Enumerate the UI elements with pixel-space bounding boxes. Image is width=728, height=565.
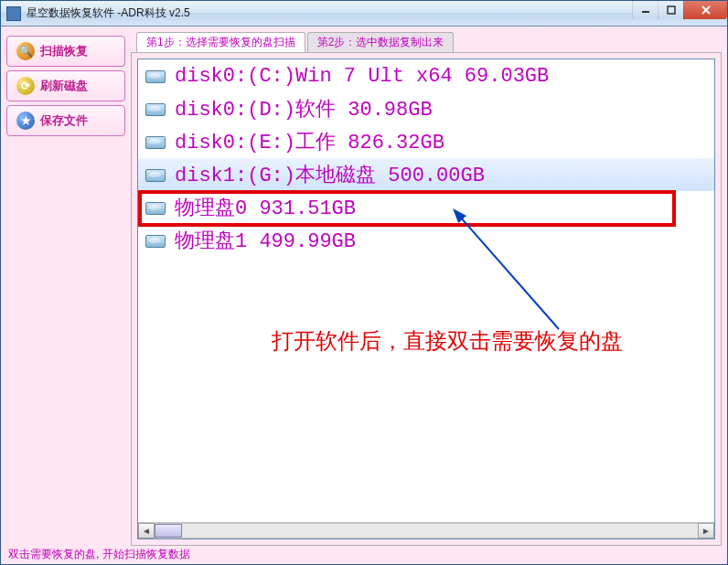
app-icon — [6, 6, 21, 21]
svg-rect-0 — [642, 11, 649, 13]
disk-row-text: 物理盘0 931.51GB — [175, 194, 356, 221]
disk-row[interactable]: disk1:(G:)本地磁盘 500.00GB — [138, 158, 714, 191]
scroll-track[interactable] — [155, 523, 698, 538]
disk-icon — [144, 100, 166, 118]
horizontal-scrollbar[interactable]: ◄ ► — [138, 522, 714, 538]
scan-recover-button[interactable]: 🔍 扫描恢复 — [6, 36, 125, 67]
disk-icon — [144, 133, 166, 151]
magnifier-icon: 🔍 — [16, 42, 35, 60]
window-titlebar: 星空数据恢复软件 -ADR科技 v2.5 — [1, 1, 727, 27]
refresh-disks-button[interactable]: ⟳ 刷新磁盘 — [6, 70, 125, 101]
disk-row-text: 物理盘1 499.99GB — [175, 227, 356, 254]
disk-row[interactable]: disk0:(C:)Win 7 Ult x64 69.03GB — [138, 59, 714, 92]
scroll-right-arrow[interactable]: ► — [698, 523, 714, 538]
disk-icon — [144, 198, 166, 217]
disk-row[interactable]: disk0:(D:)软件 30.98GB — [138, 92, 714, 125]
scroll-left-arrow[interactable]: ◄ — [138, 523, 155, 538]
minimize-button[interactable] — [632, 1, 658, 19]
disk-row-text: disk1:(G:)本地磁盘 500.00GB — [175, 161, 485, 188]
disk-row-text: disk0:(D:)软件 30.98GB — [175, 95, 433, 123]
save-icon: ★ — [16, 112, 35, 130]
content-frame: disk0:(C:)Win 7 Ult x64 69.03GBdisk0:(D:… — [131, 52, 722, 546]
sidebar: 🔍 扫描恢复 ⟳ 刷新磁盘 ★ 保存文件 — [6, 32, 125, 546]
refresh-icon: ⟳ — [16, 77, 35, 95]
scroll-thumb[interactable] — [155, 524, 182, 538]
step-tabs: 第1步：选择需要恢复的盘扫描 第2步：选中数据复制出来 — [131, 32, 722, 52]
disk-icon — [144, 165, 166, 184]
close-button[interactable] — [683, 1, 727, 19]
refresh-label: 刷新磁盘 — [40, 78, 88, 94]
scan-label: 扫描恢复 — [40, 43, 88, 59]
status-text: 双击需要恢复的盘, 开始扫描恢复数据 — [8, 547, 190, 562]
tab-step2[interactable]: 第2步：选中数据复制出来 — [307, 32, 455, 52]
disk-row[interactable]: 物理盘1 499.99GB — [138, 224, 714, 257]
disk-row-text: disk0:(C:)Win 7 Ult x64 69.03GB — [175, 65, 549, 88]
disk-row-text: disk0:(E:)工作 826.32GB — [175, 128, 444, 155]
disk-listbox: disk0:(C:)Win 7 Ult x64 69.03GBdisk0:(D:… — [137, 59, 715, 539]
disk-row[interactable]: disk0:(E:)工作 826.32GB — [138, 125, 714, 158]
tab-step1[interactable]: 第1步：选择需要恢复的盘扫描 — [136, 32, 305, 52]
svg-rect-1 — [668, 6, 675, 14]
maximize-button[interactable] — [658, 1, 683, 19]
save-files-button[interactable]: ★ 保存文件 — [6, 105, 125, 136]
disk-icon — [144, 231, 166, 250]
window-title: 星空数据恢复软件 -ADR科技 v2.5 — [27, 5, 190, 21]
disk-icon — [144, 67, 166, 85]
save-label: 保存文件 — [40, 112, 88, 129]
status-bar: 双击需要恢复的盘, 开始扫描恢复数据 — [6, 546, 722, 562]
disk-row[interactable]: 物理盘0 931.51GB — [138, 191, 714, 224]
